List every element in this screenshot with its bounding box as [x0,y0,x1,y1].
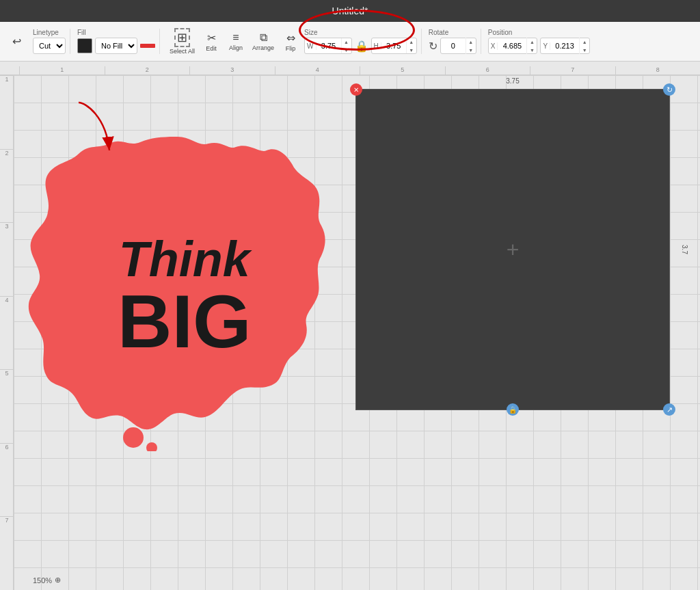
size-inputs: W ▲ ▼ 🔒 H ▲ ▼ [304,38,417,54]
position-x-down[interactable]: ▼ [527,46,537,54]
linetype-controls: Cut [33,38,66,54]
width-dimension-label: 3.75 [506,77,519,85]
ruler-v-mark-7: 7 [0,516,13,590]
ruler-v-mark-5: 5 [0,369,13,443]
position-y-prefix: Y [541,42,550,50]
ruler-v-mark-1: 1 [0,75,13,149]
rotate-handle[interactable]: ↻ [663,83,675,96]
width-input[interactable] [317,42,341,50]
close-handle[interactable]: ✕ [350,83,362,96]
zoom-indicator: 150% ⊕ [33,576,61,585]
rotate-label: Rotate [429,29,448,36]
linetype-select[interactable]: Cut [33,38,66,54]
position-x-prefix: X [489,42,498,50]
select-all-label: Select All [170,48,195,55]
vertical-ruler: 1 2 3 4 5 6 7 [0,75,14,590]
selected-image-element[interactable]: 3.75 3.7 + ✕ 🔒 ↻ ↗ [355,89,670,410]
ruler-mark-6: 6 [445,66,530,75]
edit-button[interactable]: ✂ Edit [200,30,222,53]
height-input[interactable] [381,42,406,50]
back-button[interactable]: ↩ [5,33,27,49]
zoom-level: 150% [33,576,52,585]
rotate-controls: ↻ ▲ ▼ [429,38,476,54]
height-down-button[interactable]: ▼ [407,46,416,54]
align-button[interactable]: ≡ Align [225,30,247,53]
ruler-v-mark-6: 6 [0,443,13,517]
width-down-button[interactable]: ▼ [342,46,351,54]
ruler-mark-5: 5 [360,66,445,75]
select-all-button[interactable]: ⊞ Select All [167,27,198,56]
svg-point-0 [123,427,144,448]
align-label: Align [229,44,243,51]
fill-color-swatch[interactable] [77,38,92,53]
line-color-swatch [140,44,155,48]
ruler-mark-1: 1 [19,66,105,75]
rotate-input[interactable] [441,42,466,50]
rotate-group: Rotate ↻ ▲ ▼ [429,29,481,54]
rotate-icon[interactable]: ↻ [429,40,438,53]
back-icon: ↩ [12,35,21,48]
rotate-down-button[interactable]: ▼ [466,46,476,54]
fill-controls: No Fill [77,38,155,54]
select-all-icon: ⊞ [174,28,190,47]
arrange-icon: ⧉ [260,31,267,44]
height-dimension-label: 3.7 [682,245,689,254]
horizontal-ruler: 1 2 3 4 5 6 7 8 [0,62,700,75]
zoom-icon[interactable]: ⊕ [55,576,61,585]
height-prefix: H [372,42,381,50]
toolbar: ↩ Linetype Cut Fill No Fill ⊞ Select All… [0,22,700,62]
height-spinners: ▲ ▼ [406,38,416,54]
svg-point-1 [146,442,157,451]
resize-handle[interactable]: ↗ [663,403,675,416]
ruler-mark-7: 7 [530,66,615,75]
canvas-area: 1 2 3 4 5 6 7 Think BIG 3.75 [0,75,700,590]
flip-button[interactable]: ⇔ Flip [280,30,301,53]
ruler-mark-4: 4 [275,66,360,75]
linetype-label: Linetype [33,29,59,36]
rotate-spinners: ▲ ▼ [466,38,476,54]
size-lock-button[interactable]: 🔒 [355,40,368,53]
edit-icon: ✂ [207,31,216,44]
fill-select[interactable]: No Fill [95,38,137,54]
app-title: Untitled* [332,5,368,16]
edit-label: Edit [206,45,217,52]
big-text: BIG [118,284,252,359]
position-group: Position X ▲ ▼ Y ▲ ▼ [488,29,594,54]
size-label: Size [304,29,317,36]
ruler-mark-8: 8 [615,66,701,75]
position-y-input[interactable] [550,42,579,50]
flip-icon: ⇔ [286,31,295,44]
flip-label: Flip [286,45,296,52]
width-input-container: W ▲ ▼ [304,38,351,54]
size-group: Size W ▲ ▼ 🔒 H ▲ ▼ [304,29,422,54]
design-canvas[interactable]: Think BIG 3.75 3.7 + ✕ 🔒 ↻ ↗ [14,75,700,590]
width-prefix: W [305,42,316,50]
width-up-button[interactable]: ▲ [342,38,351,46]
width-spinners: ▲ ▼ [341,38,351,54]
rotate-up-button[interactable]: ▲ [466,38,476,46]
position-y-down[interactable]: ▼ [580,46,589,54]
height-input-container: H ▲ ▼ [371,38,417,54]
position-controls: X ▲ ▼ Y ▲ ▼ [488,38,590,54]
lock-handle-bottom[interactable]: 🔒 [507,403,519,416]
position-y-up[interactable]: ▲ [580,38,589,46]
think-big-text: Think BIG [118,234,252,359]
position-x-container: X ▲ ▼ [488,38,538,54]
position-y-spinners: ▲ ▼ [579,38,589,54]
align-icon: ≡ [232,31,239,44]
ruler-h-marks: 1 2 3 4 5 6 7 8 [19,66,700,75]
height-up-button[interactable]: ▲ [407,38,416,46]
think-big-element[interactable]: Think BIG [27,130,328,451]
ruler-mark-3: 3 [189,66,275,75]
position-y-container: Y ▲ ▼ [540,38,590,54]
ruler-v-mark-4: 4 [0,296,13,370]
arrange-button[interactable]: ⧉ Arrange [250,30,277,53]
rotate-input-container: ▲ ▼ [440,38,476,54]
fill-group: Fill No Fill [77,29,160,54]
fill-label: Fill [77,29,86,36]
line-color-button[interactable] [140,38,155,53]
position-x-input[interactable] [498,42,526,50]
position-x-up[interactable]: ▲ [527,38,537,46]
position-x-spinners: ▲ ▼ [526,38,537,54]
ruler-v-mark-3: 3 [0,222,13,296]
